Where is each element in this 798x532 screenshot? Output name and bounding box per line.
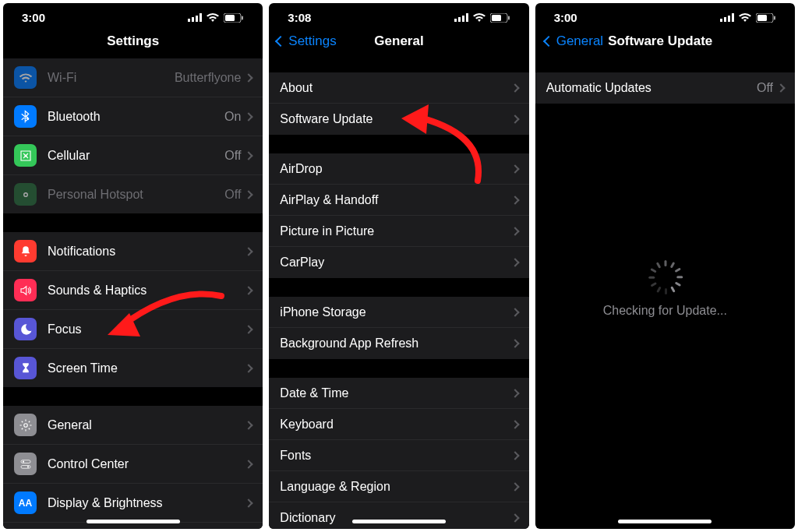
settings-row-airplay-handoff[interactable]: AirPlay & Handoff: [269, 185, 528, 216]
settings-row-personal-hotspot[interactable]: Personal HotspotOff: [3, 175, 263, 213]
row-label: General: [48, 418, 245, 432]
chevron-right-icon: [245, 364, 253, 372]
cell-icon: [14, 144, 37, 167]
svg-rect-33: [732, 13, 734, 22]
svg-rect-6: [242, 16, 243, 19]
chevron-right-icon: [245, 151, 253, 160]
settings-row-bluetooth[interactable]: BluetoothOn: [3, 97, 263, 136]
row-label: Keyboard: [280, 417, 511, 432]
chevron-right-icon: [510, 308, 519, 316]
status-time: 3:00: [22, 11, 45, 24]
general-screen: 3:08 Settings General AboutSoftware Upda…: [269, 3, 528, 529]
settings-row-control-center[interactable]: Control Center: [3, 445, 263, 484]
row-label: Fonts: [280, 449, 511, 463]
settings-row-display-brightness[interactable]: AADisplay & Brightness: [3, 484, 263, 523]
settings-row-dictionary[interactable]: Dictionary: [269, 502, 528, 529]
settings-row-airdrop[interactable]: AirDrop: [269, 153, 528, 185]
chevron-left-icon: [543, 36, 554, 47]
svg-rect-35: [757, 15, 767, 21]
row-label: Screen Time: [48, 361, 245, 375]
settings-row-wi-fi[interactable]: Wi-FiButterflyone: [3, 58, 263, 97]
settings-row-sounds-haptics[interactable]: Sounds & Haptics: [3, 271, 263, 310]
moon-icon: [14, 318, 37, 340]
settings-row-iphone-storage[interactable]: iPhone Storage: [269, 297, 528, 328]
settings-row-carplay[interactable]: CarPlay: [269, 247, 528, 278]
chevron-right-icon: [510, 83, 519, 92]
general-list[interactable]: AboutSoftware Update AirDropAirPlay & Ha…: [269, 72, 528, 529]
settings-row-software-update[interactable]: Software Update: [269, 104, 528, 135]
settings-row-home-screen[interactable]: Home Screen: [3, 523, 263, 529]
battery-icon: [756, 13, 776, 23]
wifi-icon: [473, 13, 486, 23]
settings-row-keyboard[interactable]: Keyboard: [269, 409, 528, 440]
chevron-left-icon: [275, 36, 286, 47]
chevron-right-icon: [510, 164, 519, 173]
status-time: 3:00: [554, 11, 577, 24]
link-icon: [14, 183, 37, 206]
chevron-right-icon: [245, 499, 253, 507]
status-bar: 3:00: [3, 3, 263, 27]
speaker-icon: [14, 279, 37, 301]
settings-row-screen-time[interactable]: Screen Time: [3, 349, 263, 387]
chevron-right-icon: [245, 190, 253, 199]
svg-point-10: [22, 460, 23, 462]
svg-point-8: [23, 423, 27, 427]
chevron-right-icon: [245, 73, 253, 82]
software-update-list: Automatic Updates Off Checking for Updat…: [535, 72, 795, 529]
row-value: Off: [224, 188, 241, 202]
home-indicator[interactable]: [87, 520, 180, 523]
row-label: Notifications: [48, 245, 245, 259]
chevron-right-icon: [510, 389, 519, 397]
row-label: Focus: [48, 322, 245, 336]
svg-rect-2: [196, 16, 198, 22]
row-label: Sounds & Haptics: [48, 284, 245, 298]
settings-row-background-app-refresh[interactable]: Background App Refresh: [269, 328, 528, 359]
back-button[interactable]: Settings: [277, 33, 336, 49]
spinner-icon: [654, 271, 676, 293]
settings-row-general[interactable]: General: [3, 406, 263, 445]
back-button[interactable]: General: [545, 33, 603, 49]
status-icons: [188, 13, 244, 23]
settings-list[interactable]: Wi-FiButterflyoneBluetoothOnCellularOffP…: [3, 58, 263, 529]
status-icons: [720, 13, 776, 23]
row-value: On: [224, 110, 241, 124]
home-indicator[interactable]: [618, 520, 711, 523]
settings-row-notifications[interactable]: Notifications: [3, 232, 263, 271]
signal-icon: [720, 13, 734, 22]
automatic-updates-row[interactable]: Automatic Updates Off: [535, 72, 795, 104]
chevron-right-icon: [510, 196, 519, 204]
svg-rect-36: [774, 16, 775, 19]
switches-icon: [14, 453, 37, 475]
checking-label: Checking for Update...: [603, 304, 727, 318]
chevron-right-icon: [245, 112, 253, 121]
chevron-right-icon: [245, 421, 253, 429]
svg-rect-5: [225, 15, 235, 21]
row-label: iPhone Storage: [280, 305, 511, 319]
chevron-right-icon: [510, 513, 519, 522]
settings-row-about[interactable]: About: [269, 72, 528, 104]
svg-rect-3: [200, 13, 202, 22]
svg-rect-31: [724, 17, 726, 22]
svg-rect-23: [454, 19, 457, 22]
row-label: Automatic Updates: [546, 81, 757, 95]
wifi-icon: [14, 66, 37, 89]
signal-icon: [188, 13, 202, 22]
settings-row-cellular[interactable]: CellularOff: [3, 136, 263, 175]
row-label: Date & Time: [280, 386, 511, 400]
settings-row-date-time[interactable]: Date & Time: [269, 378, 528, 409]
row-value: Off: [224, 149, 241, 163]
bell-icon: [14, 240, 37, 262]
back-label: General: [556, 33, 603, 49]
svg-point-12: [26, 466, 28, 467]
settings-row-fonts[interactable]: Fonts: [269, 440, 528, 471]
chevron-right-icon: [245, 460, 253, 468]
chevron-right-icon: [510, 115, 519, 123]
settings-row-picture-in-picture[interactable]: Picture in Picture: [269, 216, 528, 247]
row-label: Cellular: [48, 149, 224, 163]
back-label: Settings: [288, 33, 336, 49]
svg-rect-1: [192, 17, 194, 22]
settings-screen: 3:00 Settings Wi-FiButterflyoneBluetooth…: [3, 3, 263, 529]
home-indicator[interactable]: [352, 520, 446, 523]
settings-row-language-region[interactable]: Language & Region: [269, 471, 528, 502]
settings-row-focus[interactable]: Focus: [3, 310, 263, 349]
